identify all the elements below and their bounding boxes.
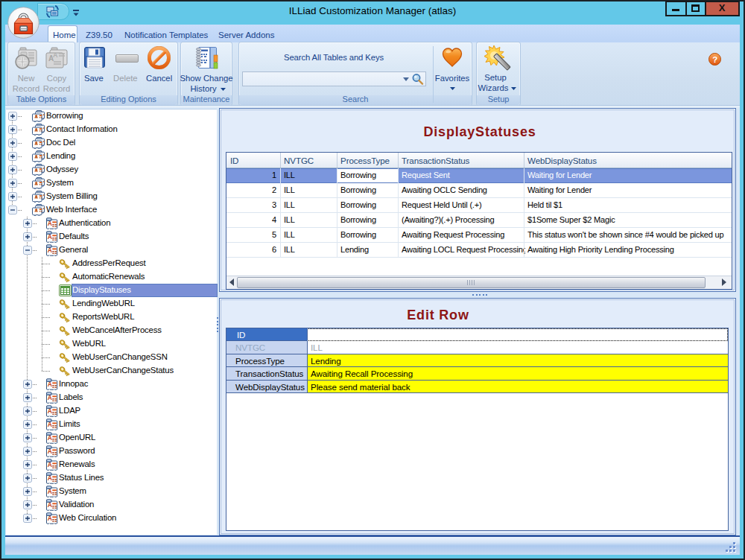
svg-text:A: A [53,51,58,59]
svg-text:?: ? [712,55,717,64]
